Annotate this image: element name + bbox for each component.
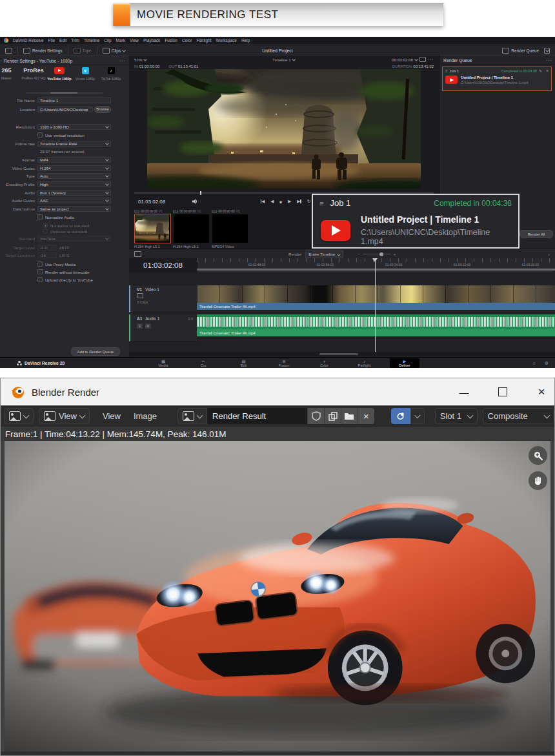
render-scope-select[interactable]: Entire Timeline xyxy=(305,250,343,258)
frame-rate-select[interactable]: Timeline Frame Rate xyxy=(37,141,111,147)
solo-button[interactable]: S xyxy=(137,323,143,329)
clip-2-thumbnail[interactable] xyxy=(173,214,210,243)
zoom-gizmo-button[interactable] xyxy=(529,446,547,465)
timeline-ruler[interactable]: 01:03:02:08 01:02:48:00 01:02:56:00 01:0… xyxy=(129,258,555,272)
use-proxy-checkbox[interactable] xyxy=(37,261,43,267)
tab-fairlight[interactable]: ♪Fairlight xyxy=(350,358,379,368)
video-clip[interactable]: Titanfall Cinematic Trailer 4K.mp4 xyxy=(197,285,555,310)
loop-button[interactable]: ↻ xyxy=(307,199,310,204)
delete-job-icon[interactable]: × xyxy=(546,68,549,73)
play-button[interactable]: ▶ xyxy=(288,199,291,204)
view-menu[interactable]: View xyxy=(96,411,127,421)
skip-start-button[interactable]: ◀ xyxy=(261,199,265,204)
render-all-button[interactable]: Render All xyxy=(520,230,553,238)
slot-select[interactable]: Slot 1 xyxy=(435,408,478,424)
more-icon[interactable]: ⋯ xyxy=(546,57,552,63)
preset-scrollbar[interactable] xyxy=(26,92,103,94)
target-loudness-input[interactable]: -14 xyxy=(37,252,57,258)
standard-select[interactable]: YouTube xyxy=(37,236,111,241)
menu-mark[interactable]: Mark xyxy=(116,38,125,43)
editor-mode-select[interactable]: View xyxy=(39,408,90,424)
clips-button[interactable]: Clips xyxy=(103,48,125,54)
menu-help[interactable]: Help xyxy=(241,38,250,43)
tab-cut[interactable]: ✂Cut xyxy=(188,358,218,368)
menu-fusion[interactable]: Fusion xyxy=(165,38,177,43)
menu-view[interactable]: View xyxy=(130,38,139,43)
tape-button[interactable]: Tape xyxy=(74,48,92,54)
audio-track-header[interactable]: A1 Audio 1 2.0 S M xyxy=(129,314,197,342)
normalize-std-radio[interactable] xyxy=(43,223,48,228)
menu-edit[interactable]: Edit xyxy=(59,38,66,43)
music-note-icon[interactable]: ♪ xyxy=(548,252,550,256)
menu-app[interactable]: DaVinci Resolve xyxy=(13,38,44,43)
preset-prores[interactable]: ProRes ProRes 422 HQ xyxy=(21,67,46,80)
menu-timeline[interactable]: Timeline xyxy=(84,38,99,43)
gear-icon[interactable]: ⚙ xyxy=(545,361,549,366)
location-input[interactable]: C:\Users\UNICNC\Desktop xyxy=(37,107,93,112)
file-name-input[interactable]: Timeline 1 xyxy=(37,97,111,103)
viewer-zoom[interactable]: 57% xyxy=(134,57,142,62)
step-back-button[interactable]: ◀ xyxy=(270,199,274,204)
timeline-options-icon[interactable] xyxy=(134,251,141,257)
tab-edit[interactable]: ▤Edit xyxy=(229,358,259,368)
pin-dropdown[interactable] xyxy=(410,408,425,424)
image-menu[interactable]: Image xyxy=(127,411,163,421)
vertical-res-checkbox[interactable] xyxy=(37,132,43,138)
fake-user-button[interactable] xyxy=(307,408,324,424)
clip-1-thumbnail[interactable] xyxy=(134,214,171,243)
tab-media[interactable]: ▦Media xyxy=(148,358,178,368)
type-select[interactable]: Auto xyxy=(37,173,111,179)
viewer-timeline-select[interactable]: Timeline 1 xyxy=(272,57,295,62)
preset-tiktok[interactable]: ♪ TikTok 1080p xyxy=(98,67,124,81)
audio-clip[interactable]: Titanfall Cinematic Trailer 4K.mp4 xyxy=(197,314,555,336)
stop-button[interactable]: ■ xyxy=(279,199,282,204)
data-burnin-select[interactable]: Same as project xyxy=(37,206,111,212)
tab-color[interactable]: ◑Color xyxy=(309,358,339,368)
tab-fusion[interactable]: ⊕Fusion xyxy=(269,358,299,368)
timeline-hscrollbar[interactable] xyxy=(129,352,555,356)
mute-button[interactable]: M xyxy=(145,323,151,329)
preset-youtube[interactable]: YouTube 1080p xyxy=(46,67,72,81)
upload-yt-checkbox[interactable] xyxy=(37,277,43,282)
pan-gizmo-button[interactable] xyxy=(529,471,547,490)
render-clip-2[interactable]: 02 00:00:00:00 V1 H.264 High L5.1 xyxy=(173,209,210,249)
video-codec-select[interactable]: H.264 xyxy=(37,165,111,171)
panel-toggle-checkbox[interactable] xyxy=(544,48,550,54)
normalize-audio-checkbox[interactable] xyxy=(37,214,43,220)
edit-job-icon[interactable]: ✎ xyxy=(539,68,542,73)
browse-image-button[interactable] xyxy=(177,408,207,424)
home-icon[interactable]: ⌂ xyxy=(532,361,535,366)
clip-3-thumbnail[interactable] xyxy=(212,214,248,243)
menu-clip[interactable]: Clip xyxy=(104,38,111,43)
pass-select[interactable]: Composite xyxy=(483,408,554,424)
blender-title-bar[interactable]: Blender Render — × xyxy=(1,378,554,405)
preset-vimeo[interactable]: v Vimeo 1080p xyxy=(72,67,98,81)
render-clip-1[interactable]: 01 00:00:00:00 V1 H.264 High L5.1 xyxy=(134,209,171,249)
add-to-render-queue-button[interactable]: Add to Render Queue xyxy=(71,347,120,356)
optimize-std-radio[interactable] xyxy=(43,229,48,234)
encoding-profile-select[interactable]: High xyxy=(37,181,111,187)
browse-button[interactable]: Browse xyxy=(94,106,111,113)
job-card[interactable]: ≡ Job 1 Completed in 00:04:38 ✎ × Untitl… xyxy=(442,66,552,91)
image-datablock-field[interactable]: Render Result xyxy=(207,408,307,424)
monitor-icon[interactable] xyxy=(5,48,12,54)
image-pin-button[interactable] xyxy=(391,408,410,424)
menu-file[interactable]: File xyxy=(48,38,55,43)
menu-color[interactable]: Color xyxy=(182,38,192,43)
render-clip-3[interactable]: 03 00:00:00:00 V1 MPEG4 Video xyxy=(212,209,248,249)
speaker-icon[interactable] xyxy=(192,199,198,204)
render-settings-button[interactable]: Render Settings xyxy=(23,48,63,54)
editor-type-button[interactable] xyxy=(4,408,34,424)
maximize-button[interactable] xyxy=(485,378,521,405)
timeline-scroll-bar[interactable] xyxy=(197,269,555,271)
format-select[interactable]: MP4 xyxy=(37,157,111,163)
playhead[interactable] xyxy=(375,258,376,352)
target-level-input[interactable]: -1.0 xyxy=(37,245,57,250)
audio-codec-select[interactable]: AAC xyxy=(37,198,111,203)
minimize-button[interactable]: — xyxy=(446,378,482,405)
skip-end-button[interactable]: ▶ xyxy=(297,199,301,204)
tab-deliver[interactable]: ▶Deliver xyxy=(390,358,419,368)
audio-select[interactable]: Bus 1 (Stereo) xyxy=(37,190,111,196)
preset-h265-master[interactable]: 265 Master xyxy=(0,67,19,80)
playhead-marker[interactable] xyxy=(372,258,378,262)
